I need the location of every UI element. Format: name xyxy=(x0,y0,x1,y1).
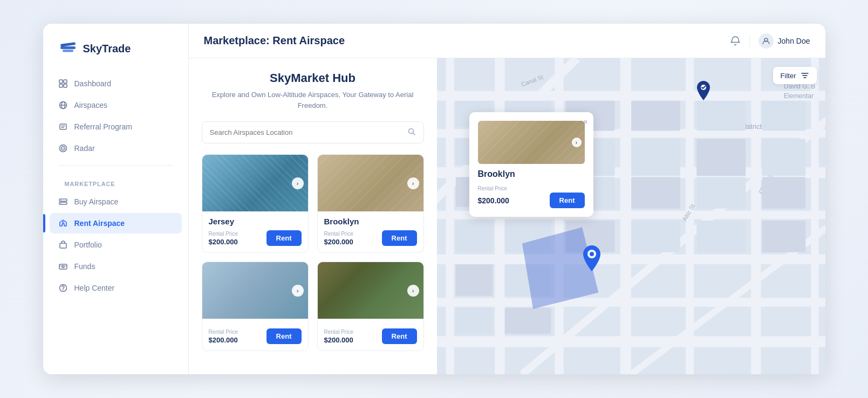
card-image-4: › xyxy=(318,262,423,319)
svg-rect-6 xyxy=(64,84,67,87)
svg-rect-3 xyxy=(59,80,63,83)
marketplace-panel: SkyMarket Hub Explore and Own Low-Altitu… xyxy=(189,58,437,374)
nav-item-wrapper-rent: Rent Airspace xyxy=(50,213,182,234)
svg-rect-60 xyxy=(455,221,493,252)
notification-bell[interactable] xyxy=(730,36,741,46)
header-right: John Doe xyxy=(730,33,810,49)
rent-button-4[interactable]: Rent xyxy=(382,328,417,344)
card-arrow-3[interactable]: › xyxy=(292,285,304,297)
page-title: Marketplace: Rent Airspace xyxy=(204,35,345,47)
rent-button-3[interactable]: Rent xyxy=(266,328,302,344)
card-price-brooklyn: Rental Price $200.000 xyxy=(324,231,353,246)
airspace-card-brooklyn[interactable]: › Brooklyn Rental Price $200.000 Rent xyxy=(317,154,424,253)
search-icon xyxy=(407,127,416,138)
search-box xyxy=(202,121,424,143)
popup-thumbnail: › xyxy=(478,121,585,164)
popup-close-button[interactable]: × xyxy=(583,118,587,126)
portfolio-label: Portfolio xyxy=(74,241,102,249)
svg-point-24 xyxy=(63,290,64,291)
card-arrow-brooklyn[interactable]: › xyxy=(407,177,419,189)
marketplace-section-label: MARKETPLACE xyxy=(50,172,182,191)
search-input[interactable] xyxy=(210,128,407,136)
card-price-jersey: Rental Price $200.000 xyxy=(209,231,238,246)
airspace-card-3[interactable]: › Rental Price $200.000 Rent xyxy=(202,262,309,351)
map-popup: › × Brooklyn Rental Price $200.000 Rent xyxy=(469,112,593,217)
rent-button-brooklyn[interactable]: Rent xyxy=(382,230,417,246)
dashboard-icon xyxy=(58,79,68,88)
svg-rect-70 xyxy=(762,101,805,131)
filter-label: Filter xyxy=(781,72,796,80)
svg-rect-0 xyxy=(60,46,76,49)
svg-rect-40 xyxy=(620,58,631,374)
svg-rect-81 xyxy=(504,308,551,334)
card-arrow-4[interactable]: › xyxy=(407,285,419,297)
sidebar-item-buy-airspace[interactable]: Buy Airspace xyxy=(50,191,182,212)
popup-thumb-arrow[interactable]: › xyxy=(572,138,582,147)
filter-icon xyxy=(801,71,809,80)
sidebar-item-referral[interactable]: Referral Program xyxy=(50,116,182,137)
svg-rect-77 xyxy=(631,221,680,252)
sidebar-item-portfolio[interactable]: Portfolio xyxy=(50,235,182,255)
hub-title: SkyMarket Hub xyxy=(202,71,424,85)
popup-price-label: Rental Price xyxy=(478,186,585,191)
map-pin xyxy=(580,244,604,275)
card-image-brooklyn: › xyxy=(318,155,423,211)
card-price-4: Rental Price $200.000 xyxy=(324,329,353,344)
sidebar-item-help[interactable]: Help Center xyxy=(50,278,182,298)
svg-rect-19 xyxy=(60,243,66,248)
card-arrow-jersey[interactable]: › xyxy=(292,177,304,189)
popup-price-row: $200.000 Rent xyxy=(478,193,585,208)
nav-divider xyxy=(58,165,173,166)
rent-button-jersey[interactable]: Rent xyxy=(266,230,302,246)
rent-airspace-label: Rent Airspace xyxy=(74,219,125,228)
svg-rect-65 xyxy=(631,139,680,176)
svg-rect-42 xyxy=(751,58,761,374)
popup-title: Brooklyn xyxy=(478,169,585,179)
nav-item-wrapper-dashboard: Dashboard xyxy=(50,73,182,94)
svg-rect-2 xyxy=(60,42,75,47)
svg-rect-69 xyxy=(696,139,746,176)
svg-rect-71 xyxy=(762,139,805,176)
buy-airspace-label: Buy Airspace xyxy=(74,197,119,206)
svg-rect-80 xyxy=(455,308,493,334)
airspace-card-4[interactable]: › Rental Price $200.000 Rent xyxy=(317,262,424,351)
card-image-jersey: › xyxy=(202,155,308,211)
header: Marketplace: Rent Airspace xyxy=(189,24,825,58)
svg-rect-43 xyxy=(811,58,818,374)
card-body-3: Rental Price $200.000 Rent xyxy=(202,319,308,351)
card-body-4: Rental Price $200.000 Rent xyxy=(318,319,423,351)
help-icon xyxy=(58,283,68,293)
sidebar-item-dashboard[interactable]: Dashboard xyxy=(50,73,182,94)
user-name: John Doe xyxy=(778,37,810,45)
popup-rent-button[interactable]: Rent xyxy=(550,193,585,208)
svg-rect-37 xyxy=(446,58,454,374)
map-area: Canal St Altic St Clifton S Latham St Di… xyxy=(437,58,825,374)
funds-label: Funds xyxy=(74,262,95,271)
airspace-card-jersey[interactable]: › Jersey Rental Price $200.000 Rent xyxy=(202,154,309,253)
dashboard-label: Dashboard xyxy=(74,79,112,88)
map-location-marker xyxy=(695,80,712,104)
card-footer-brooklyn: Rental Price $200.000 Rent xyxy=(324,230,417,246)
svg-rect-20 xyxy=(59,264,67,269)
sidebar: SkyTrade Dashboard xyxy=(43,24,189,374)
svg-rect-10 xyxy=(60,124,66,129)
svg-point-13 xyxy=(63,148,64,149)
svg-rect-73 xyxy=(762,177,805,209)
svg-rect-4 xyxy=(64,80,67,83)
card-price-3: Rental Price $200.000 xyxy=(209,329,238,344)
svg-rect-5 xyxy=(59,84,63,87)
funds-icon xyxy=(58,262,68,271)
sidebar-item-radar[interactable]: Radar xyxy=(50,138,182,159)
logo-text: SkyTrade xyxy=(83,43,131,55)
cards-grid: › Jersey Rental Price $200.000 Rent xyxy=(202,154,424,351)
card-name-jersey: Jersey xyxy=(209,217,302,226)
sidebar-item-airspaces[interactable]: Airspaces xyxy=(50,95,182,115)
filter-button[interactable]: Filter xyxy=(773,67,817,84)
sidebar-item-rent-airspace[interactable]: Rent Airspace xyxy=(50,213,182,234)
sidebar-item-funds[interactable]: Funds xyxy=(50,256,182,277)
header-divider xyxy=(749,35,750,47)
user-area[interactable]: John Doe xyxy=(758,33,810,49)
buy-icon xyxy=(58,197,68,207)
card-footer-4: Rental Price $200.000 Rent xyxy=(324,328,417,344)
card-image-3: › xyxy=(202,262,308,319)
